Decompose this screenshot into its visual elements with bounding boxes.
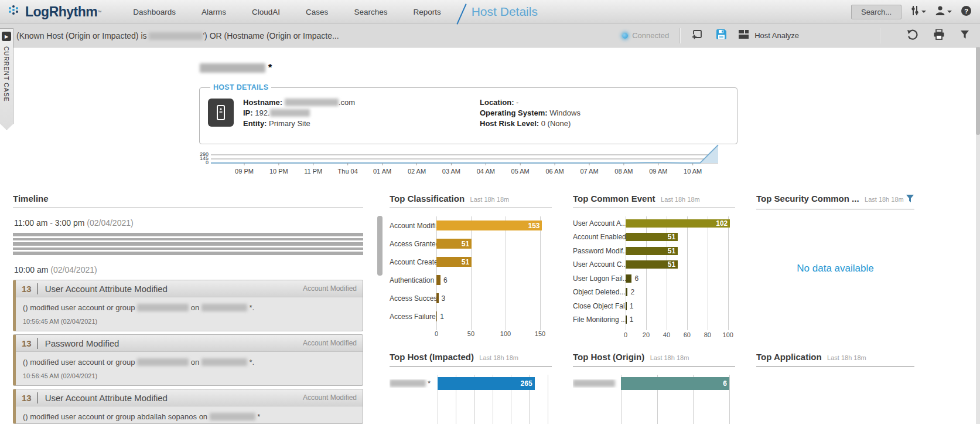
bar[interactable] [626, 316, 627, 324]
page-scrollbar[interactable] [976, 47, 980, 424]
event-timestamp: 10:56:45 AM (02/04/2021) [16, 314, 363, 331]
bar[interactable] [626, 274, 631, 283]
x-axis: 050100150 [436, 330, 552, 339]
timeline-scrollbar[interactable] [377, 216, 383, 276]
svg-text:?: ? [964, 7, 968, 14]
help-button[interactable]: ? [961, 5, 972, 19]
bar-row: Account Modifi...153 [390, 216, 552, 235]
event-count: 13 [22, 338, 32, 348]
panel-filter-funnel-icon[interactable] [906, 194, 914, 205]
search-query[interactable]: (Known Host (Origin or Impacted) is ') O… [16, 31, 339, 40]
x-axis-tick: 10 PM [269, 168, 288, 175]
bar-row: Access Success3 [390, 289, 552, 307]
bar[interactable]: 51 [626, 247, 678, 255]
x-axis-tick: 06 AM [546, 168, 564, 175]
logrhythm-logo[interactable]: LogRhythm ™ [7, 3, 101, 21]
nav-item-reports[interactable]: Reports [413, 8, 441, 16]
bar-row: Access Granted51 [390, 235, 552, 253]
bar[interactable]: 153 [436, 221, 542, 230]
bar[interactable] [626, 288, 627, 296]
bar-row: Authentication ...6 [390, 271, 552, 289]
nav-item-alarms[interactable]: Alarms [202, 8, 226, 16]
redacted-text [210, 413, 255, 420]
funnel-icon [960, 30, 969, 42]
bar[interactable] [436, 311, 437, 321]
bar-category-label: Authentication ... [390, 276, 436, 284]
query-text-post: ') OR (Hostname (Origin or Impacte... [203, 31, 339, 40]
search-button[interactable]: Search... [851, 5, 902, 19]
bar[interactable] [626, 302, 627, 310]
timeline-event-card[interactable]: 13User Account Attribute ModifiedAccount… [13, 389, 363, 424]
nav-item-dashboards[interactable]: Dashboards [133, 8, 176, 16]
panel-title: Top Classification [390, 194, 465, 203]
bar-value: 51 [668, 233, 678, 241]
panel-range: Last 18h 18m [470, 196, 510, 203]
timeline-group-header[interactable]: 10:00 am (02/04/2021) [14, 265, 363, 274]
host-field: Host Risk Level: 0 (None) [480, 118, 581, 129]
filter-bar-actions: Connected [622, 28, 980, 43]
panel-title: Top Application [756, 352, 822, 362]
save-search-button[interactable] [716, 29, 727, 42]
host-details-panel: HOST DETAILS Hostname: .comIP: 192.Entit… [199, 83, 737, 144]
nav-item-searches[interactable]: Searches [354, 8, 387, 16]
panel-header: Top Common Event Last 18h 18m [573, 194, 735, 208]
bar-row: Access Failure1 [390, 307, 552, 325]
bar[interactable]: 51 [626, 233, 678, 241]
redacted-text [137, 304, 189, 311]
host-fields-left: Hostname: .comIP: 192.Entity: Primary Si… [243, 97, 355, 129]
event-card-header: 13User Account Attribute ModifiedAccount… [16, 280, 363, 297]
help-icon: ? [961, 5, 972, 19]
bar[interactable] [436, 275, 441, 285]
host-field: Hostname: .com [243, 97, 355, 108]
add-to-case-button[interactable] [691, 29, 703, 43]
undo-button[interactable] [907, 29, 918, 42]
top-host-impacted-panel: Top Host (Impacted) Last 18h 18m *265 [390, 352, 552, 392]
redacted-text [137, 358, 189, 366]
top-common-event-chart: User Account A...102Account Enabled51Pas… [573, 216, 735, 340]
chevron-down-icon [947, 11, 952, 13]
bar[interactable]: 51 [626, 260, 678, 269]
bar[interactable]: 265 [438, 377, 535, 390]
event-count: 13 [22, 284, 32, 294]
x-axis-tick: 01 AM [373, 168, 391, 175]
nav-item-cloudai[interactable]: CloudAI [252, 8, 280, 16]
host-fields-right: Location: -Operating System: WindowsHost… [480, 97, 581, 129]
bar-category-label [573, 379, 621, 388]
bar[interactable]: 51 [436, 239, 472, 249]
filter-bar: (Known Host (Origin or Impacted) is ') O… [0, 24, 980, 48]
bar-value: 6 [443, 276, 448, 284]
current-case-tab[interactable]: ▶ CURRENT CASE [0, 28, 13, 130]
bar-category-label: Account Enabled [573, 233, 626, 241]
connected-label: Connected [632, 31, 669, 40]
main-content: * HOST DETAILS Hostname: .comIP: 192.Ent… [0, 47, 976, 424]
nav-item-cases[interactable]: Cases [306, 8, 328, 16]
bar[interactable]: 102 [626, 219, 730, 228]
panel-header: Top Host (Impacted) Last 18h 18m [390, 352, 552, 367]
timeline-event-card[interactable]: 13User Account Attribute ModifiedAccount… [13, 280, 363, 331]
print-button[interactable] [933, 29, 945, 42]
panel-range: Last 18h 18m [479, 354, 518, 361]
bar[interactable]: 6 [621, 377, 729, 390]
bar-category-label: User Account C... [573, 260, 626, 269]
host-analyze-button[interactable]: Host Analyze [739, 30, 799, 41]
bar-value: 6 [723, 379, 729, 388]
top-common-event-panel: Top Common Event Last 18h 18m User Accou… [573, 194, 735, 340]
filter-button[interactable] [960, 30, 969, 42]
bar-category-label: User Logon Fail... [573, 274, 626, 283]
top-application-panel: Top Application Last 18h 18m [756, 352, 914, 367]
bar-value: 3 [442, 294, 446, 303]
user-menu[interactable] [935, 5, 952, 18]
timeline-event-card[interactable]: 13Password ModifiedAccount Modified() mo… [13, 334, 363, 386]
filter-options-menu[interactable] [910, 5, 926, 18]
no-data-message: No data available [756, 263, 914, 274]
timeline-group-header[interactable]: 11:00 am - 3:00 pm (02/04/2021) [14, 218, 363, 228]
x-axis-tick: 08 AM [614, 168, 633, 175]
page-scrollbar-thumb[interactable] [976, 47, 980, 135]
bar-value: 51 [462, 258, 472, 266]
bar-category-label: Access Success [390, 294, 436, 303]
bar[interactable]: 51 [436, 257, 472, 267]
bar-row: 6 [573, 375, 735, 392]
bar-value: 1 [630, 316, 634, 324]
bar[interactable] [436, 293, 439, 303]
timeline-collapsed-rows[interactable] [13, 233, 363, 255]
